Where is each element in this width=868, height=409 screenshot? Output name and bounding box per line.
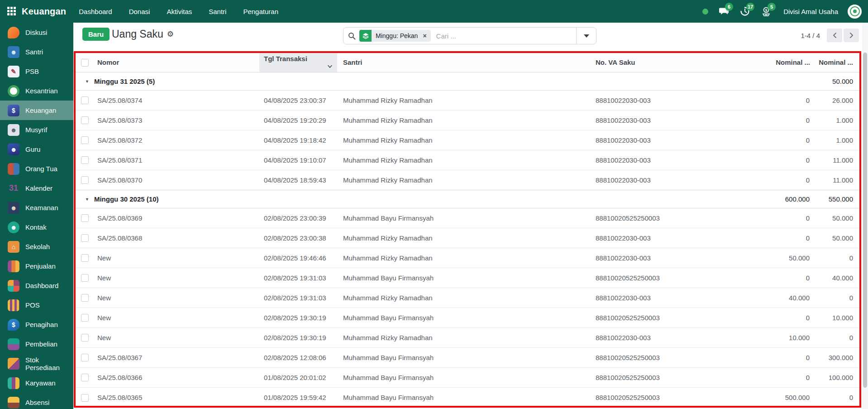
row-checkbox[interactable] <box>81 96 89 104</box>
row-checkbox[interactable] <box>81 254 89 262</box>
user-avatar[interactable] <box>848 5 862 19</box>
table-row[interactable]: New02/08/2025 19:31:03Muhammad Rizky Ram… <box>76 288 859 308</box>
cell-nomor: SA/25.08/0365 <box>93 387 259 407</box>
sidebar-item-keamanan[interactable]: ☻Keamanan <box>0 198 73 217</box>
sidebar-item-stok-persediaan[interactable]: Stok Persediaan <box>0 354 73 373</box>
sidebar-item-penagihan[interactable]: $Penagihan <box>0 315 73 334</box>
sidebar-item-keuangan[interactable]: $Keuangan <box>0 101 73 120</box>
nav-item-donasi[interactable]: Donasi <box>128 6 151 17</box>
sidebar-item-sekolah[interactable]: ⌂Sekolah <box>0 237 73 256</box>
activities-icon[interactable]: 17 <box>739 6 751 17</box>
table-row[interactable]: SA/25.08/037004/08/2025 18:59:43Muhammad… <box>76 170 859 190</box>
row-checkbox[interactable] <box>81 214 89 222</box>
sidebar-item-label: Orang Tua <box>25 165 57 173</box>
online-status-dot[interactable] <box>702 9 708 14</box>
sidebar-item-diskusi[interactable]: Diskusi <box>0 23 73 42</box>
group-collapse-caret-icon[interactable]: ▼ <box>85 197 89 202</box>
row-checkbox-cell <box>76 347 93 367</box>
row-checkbox[interactable] <box>81 116 89 124</box>
messages-icon[interactable]: 6 <box>718 6 730 17</box>
group-row[interactable]: ▼Minggu 30 2025 (10)600.000550.000 <box>76 190 859 208</box>
row-checkbox[interactable] <box>81 334 89 342</box>
group-collapse-caret-icon[interactable]: ▼ <box>85 79 89 84</box>
cell-nominal-1: 0 <box>769 308 810 327</box>
nav-menu: DashboardDonasiAktivitasSantriPengaturan <box>78 6 279 17</box>
sidebar-item-absensi[interactable]: Absensi <box>0 393 73 409</box>
group-row[interactable]: ▼Minggu 31 2025 (5)50.000 <box>76 72 859 90</box>
table-row[interactable]: New02/08/2025 19:30:19Muhammad Rizky Ram… <box>76 327 859 347</box>
gear-settings-icon[interactable]: ⚙ <box>167 30 174 38</box>
sidebar-item-psb[interactable]: ✎PSB <box>0 62 73 81</box>
row-checkbox[interactable] <box>81 314 89 322</box>
sidebar-item-dashboard[interactable]: Dashboard <box>0 276 73 295</box>
row-checkbox[interactable] <box>81 274 89 282</box>
pager-next-button[interactable] <box>844 29 859 42</box>
keamanan-icon: ☻ <box>8 202 19 214</box>
scrollbar-thumb[interactable] <box>863 53 867 388</box>
column-header-va[interactable]: No. VA Saku <box>591 53 769 72</box>
table-row[interactable]: SA/25.08/036702/08/2025 12:08:06Muhammad… <box>76 347 859 367</box>
table-row[interactable]: SA/25.08/037204/08/2025 19:18:42Muhammad… <box>76 130 859 150</box>
nav-item-dashboard[interactable]: Dashboard <box>78 6 113 17</box>
search-options-toggle[interactable] <box>576 28 596 44</box>
sidebar-item-kalender[interactable]: 31Kalender <box>0 178 73 198</box>
sidebar-item-santri[interactable]: ☻Santri <box>0 42 73 62</box>
cell-no-va-saku: 88810020525250003 <box>591 367 769 387</box>
cell-tgl-transaksi: 02/08/2025 19:46:46 <box>259 248 337 268</box>
vertical-scrollbar[interactable] <box>862 23 868 409</box>
cell-nomor: SA/25.08/0366 <box>93 367 259 387</box>
new-record-button[interactable]: Baru <box>82 28 110 41</box>
table-row[interactable]: SA/25.08/037104/08/2025 19:10:07Muhammad… <box>76 150 859 170</box>
table-row[interactable]: New02/08/2025 19:31:03Muhammad Bayu Firm… <box>76 268 859 288</box>
sidebar-item-kesantrian[interactable]: Kesantrian <box>0 81 73 101</box>
sales-money-icon[interactable]: $ 5 <box>760 6 772 17</box>
column-header-tgl-transaksi[interactable]: Tgl Transaksi <box>259 53 337 72</box>
cell-no-va-saku: 88810022030-003 <box>591 327 769 347</box>
column-header-nominal-2[interactable]: Nominal ... <box>810 53 859 72</box>
sidebar-item-kontak[interactable]: ☻Kontak <box>0 217 73 237</box>
pager-previous-button[interactable] <box>827 29 842 42</box>
column-header-nominal-1[interactable]: Nominal ... <box>769 53 810 72</box>
sidebar-item-penjualan[interactable]: Penjualan <box>0 256 73 276</box>
row-checkbox[interactable] <box>81 136 89 144</box>
cell-santri: Muhammad Rizky Ramadhan <box>337 90 591 110</box>
pos-icon <box>8 299 19 311</box>
search-bar: Minggu: Pekan × <box>343 27 596 44</box>
table-row[interactable]: SA/25.08/036802/08/2025 23:00:38Muhammad… <box>76 228 859 248</box>
row-checkbox[interactable] <box>81 354 89 361</box>
cell-nominal-2: 10.000 <box>810 308 859 327</box>
cell-nominal-1: 10.000 <box>769 327 810 347</box>
company-switcher[interactable]: Divisi Amal Usaha <box>783 8 838 15</box>
sidebar-item-karyawan[interactable]: Karyawan <box>0 373 73 393</box>
row-checkbox[interactable] <box>81 156 89 164</box>
select-all-checkbox[interactable] <box>81 59 89 67</box>
column-header-nomor[interactable]: Nomor <box>93 53 259 72</box>
column-header-santri[interactable]: Santri <box>337 53 591 72</box>
table-row[interactable]: SA/25.08/036902/08/2025 23:00:39Muhammad… <box>76 208 859 228</box>
sidebar-item-guru[interactable]: ☻Guru <box>0 140 73 159</box>
table-row[interactable]: New02/08/2025 19:46:46Muhammad Rizky Ram… <box>76 248 859 268</box>
orang-tua-icon <box>8 163 19 175</box>
row-checkbox-cell <box>76 110 93 130</box>
table-row[interactable]: SA/25.08/036501/08/2025 19:59:42Muhammad… <box>76 387 859 407</box>
table-row[interactable]: SA/25.08/037404/08/2025 23:00:37Muhammad… <box>76 90 859 110</box>
nav-item-pengaturan[interactable]: Pengaturan <box>242 6 279 17</box>
search-input[interactable] <box>435 32 576 40</box>
sidebar-item-pos[interactable]: POS <box>0 295 73 315</box>
row-checkbox[interactable] <box>81 394 89 402</box>
nav-item-aktivitas[interactable]: Aktivitas <box>166 6 193 17</box>
sidebar-item-orang-tua[interactable]: Orang Tua <box>0 159 73 178</box>
row-checkbox[interactable] <box>81 294 89 302</box>
nav-item-santri[interactable]: Santri <box>208 6 227 17</box>
facet-remove-icon[interactable]: × <box>422 30 430 42</box>
table-row[interactable]: SA/25.08/036601/08/2025 20:01:02Muhammad… <box>76 367 859 387</box>
sidebar-item-pembelian[interactable]: Pembelian <box>0 334 73 354</box>
row-checkbox[interactable] <box>81 176 89 184</box>
apps-grid-icon[interactable] <box>7 7 16 16</box>
table-row[interactable]: SA/25.08/037304/08/2025 19:20:29Muhammad… <box>76 110 859 130</box>
table-row[interactable]: New02/08/2025 19:30:19Muhammad Bayu Firm… <box>76 308 859 327</box>
app-brand[interactable]: Keuangan <box>22 6 66 17</box>
row-checkbox[interactable] <box>81 374 89 381</box>
row-checkbox[interactable] <box>81 234 89 242</box>
sidebar-item-musyrif[interactable]: ☻Musyrif <box>0 120 73 140</box>
